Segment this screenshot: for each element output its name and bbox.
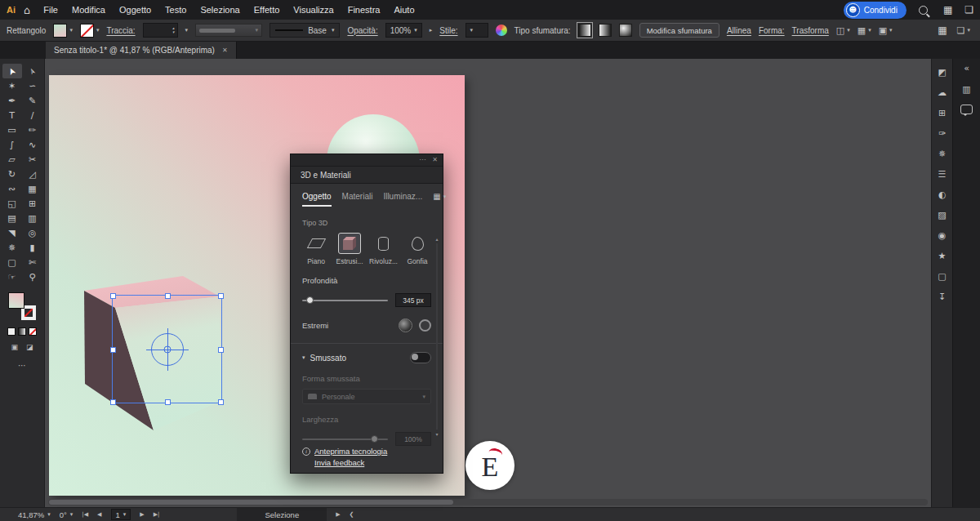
chevron-down-icon[interactable]: ▾ [332, 27, 335, 33]
tab-materiali[interactable]: Materiali [342, 192, 373, 205]
chevron-down-icon[interactable]: ▾ [414, 27, 417, 33]
panel-menu-icon[interactable]: ⋯ [419, 157, 425, 163]
menu-item-finestra[interactable]: Finestra [348, 5, 381, 15]
type-rivoluzione-button[interactable]: Rivoluz... [369, 234, 398, 265]
tab-oggetto[interactable]: Oggetto [302, 192, 332, 207]
tool-column-graph[interactable]: ▮ [23, 240, 42, 255]
document-grid-icon[interactable]: ▦ [938, 24, 947, 36]
preset-picker[interactable]: ▦ ▾ [433, 192, 446, 209]
tool-magic-wand[interactable]: ✶ [2, 78, 22, 93]
selection-handle[interactable] [110, 293, 116, 299]
selection-handle[interactable] [218, 399, 224, 405]
user-avatar[interactable]: ☻ [846, 3, 860, 17]
panel-swatches-icon[interactable]: ⊞ [936, 106, 949, 119]
gradient-fill-button[interactable] [18, 327, 26, 336]
close-icon[interactable]: ✕ [222, 47, 228, 54]
close-icon[interactable]: ✕ [432, 157, 438, 163]
chevron-down-icon[interactable]: ▾ [443, 194, 447, 204]
tech-preview-link[interactable]: Anteprima tecnologia [314, 447, 387, 456]
stroke-color-picker[interactable]: ▾ [80, 24, 100, 38]
chevron-down-icon[interactable]: ▾ [47, 511, 51, 518]
search-icon[interactable] [919, 6, 928, 15]
widget-center[interactable] [163, 345, 171, 353]
tool-scissors[interactable]: ✂ [23, 152, 42, 167]
cap-hollow-button[interactable] [419, 319, 431, 332]
menu-item-testo[interactable]: Testo [165, 5, 186, 15]
tool-type[interactable]: T [2, 108, 22, 122]
tool-artboard[interactable]: ▢ [2, 255, 22, 269]
bevel-toggle[interactable] [410, 352, 431, 363]
chevron-down-icon[interactable]: ▾ [470, 27, 474, 33]
scroll-up-icon[interactable]: ▴ [435, 236, 438, 242]
chevron-down-icon[interactable]: ▾ [69, 27, 73, 33]
panel-stroke-icon[interactable]: ☰ [936, 167, 949, 180]
tool-curvature[interactable]: ✎ [23, 93, 42, 108]
tab-illuminazione[interactable]: Illuminaz... [383, 192, 422, 205]
zoom-level-dropdown[interactable]: 41,87% ▾ [18, 510, 51, 519]
3d-rotation-widget[interactable] [148, 330, 187, 369]
panel-brushes-icon[interactable]: ✑ [936, 127, 949, 140]
tool-gradient[interactable]: ▥ [23, 211, 42, 225]
expand-panels-icon[interactable]: « [964, 63, 969, 73]
chevron-down-icon[interactable]: ▾ [967, 27, 970, 33]
tool-perspective-grid[interactable]: ⊞ [23, 196, 42, 211]
align-label[interactable]: Allinea [727, 26, 751, 35]
workspace-switcher[interactable]: ❏ ▾ [957, 25, 970, 36]
tool-rotate[interactable]: ↻ [2, 167, 22, 181]
menu-item-modifica[interactable]: Modifica [72, 5, 105, 15]
tool-width[interactable]: ∾ [2, 181, 22, 196]
panel-transparency-icon[interactable]: ▨ [936, 208, 949, 221]
tool-pencil[interactable]: ✏ [23, 122, 42, 137]
panel-scrollbar[interactable]: ▴ ▾ [434, 236, 440, 437]
stroke-none-swatch[interactable] [80, 24, 94, 38]
menu-item-visualizza[interactable]: Visualizza [293, 5, 333, 15]
menu-item-effetto[interactable]: Effetto [254, 5, 280, 15]
document-tab[interactable]: Senza titolo-1* @ 41,87 % (RGB/Anteprima… [46, 42, 237, 59]
type-piano-button[interactable]: Piano [302, 234, 330, 265]
canvas[interactable]: E [45, 59, 931, 508]
spin-down-icon[interactable]: ▾ [172, 30, 175, 34]
menu-item-oggetto[interactable]: Oggetto [119, 5, 151, 15]
stroke-weight-stepper[interactable]: ▴▾ [143, 23, 178, 38]
distribute-objects-dropdown[interactable]: ▦ ▾ [858, 25, 871, 36]
first-artboard-button[interactable]: |◀ [82, 511, 88, 518]
workspace-icon[interactable]: ❏ [964, 4, 973, 16]
tool-hand[interactable]: ☞ [2, 269, 22, 284]
depth-value-field[interactable]: 345 px [395, 293, 431, 307]
panel-appearance-icon[interactable]: ◉ [936, 229, 949, 242]
panel-color-icon[interactable]: ◩ [936, 65, 949, 78]
brush-definition-dropdown[interactable]: Base ▾ [270, 23, 340, 38]
type-estrusione-button[interactable]: Estrusi... [336, 234, 363, 265]
horizontal-scrollbar[interactable] [48, 499, 928, 505]
selection-handle[interactable] [165, 399, 171, 405]
feedback-link[interactable]: Invia feedback [314, 458, 364, 467]
tool-eyedropper[interactable]: ◥ [2, 225, 22, 240]
tool-zoom[interactable]: ⚲ [23, 269, 42, 284]
type-gonfia-button[interactable]: Gonfia [403, 234, 431, 265]
recolor-artwork-icon[interactable] [496, 24, 507, 36]
depth-slider-knob[interactable] [306, 296, 314, 304]
menu-item-aiuto[interactable]: Aiuto [394, 5, 414, 15]
opacity-dropdown[interactable]: 100% ▾ [385, 23, 422, 38]
panel-symbols-icon[interactable]: ✵ [936, 147, 949, 160]
status-options-arrow-icon[interactable]: ▶ [336, 511, 340, 518]
chevron-down-icon[interactable]: ▾ [889, 27, 893, 33]
tool-direct-selection[interactable]: ➢ [23, 64, 42, 78]
tool-mesh[interactable]: ▤ [2, 211, 22, 225]
more-options-dropdown[interactable]: ▣ ▾ [879, 25, 893, 36]
opacity-options-arrow-icon[interactable]: ▸ [430, 27, 433, 33]
transform-label[interactable]: Trasforma [792, 26, 829, 35]
fill-swatch[interactable] [53, 24, 67, 38]
last-artboard-button[interactable]: ▶| [154, 511, 160, 518]
tool-eraser[interactable]: ▱ [2, 152, 22, 167]
tool-rectangle[interactable]: ▭ [2, 122, 22, 137]
illustrator-logo[interactable]: Ai [7, 5, 16, 15]
tool-shaper[interactable]: ∿ [23, 137, 42, 152]
shape-label[interactable]: Forma: [759, 26, 785, 35]
selection-handle[interactable] [218, 347, 224, 353]
align-objects-dropdown[interactable]: ◫ ▾ [836, 25, 850, 36]
panel-export-icon[interactable]: ↧ [936, 290, 949, 303]
style-dropdown[interactable]: ▾ [466, 23, 488, 38]
menu-item-seleziona[interactable]: Seleziona [200, 5, 239, 15]
tool-slice[interactable]: ✄ [23, 255, 42, 269]
